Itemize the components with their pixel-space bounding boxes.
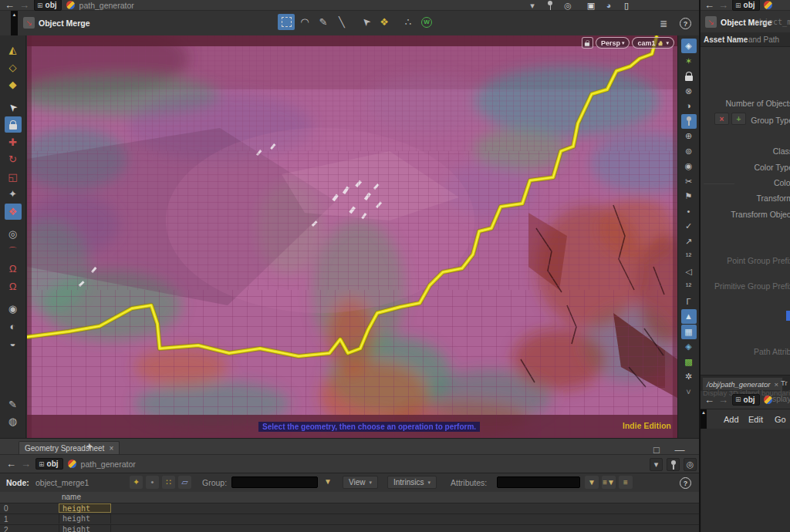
- tab-partial[interactable]: Tr: [781, 379, 788, 387]
- display-points-icon[interactable]: •: [681, 204, 697, 219]
- intrinsics-dropdown[interactable]: Intrinsics ▾: [387, 476, 437, 489]
- path-pin-icon[interactable]: [667, 458, 680, 471]
- shelf-terrain-tool-icon[interactable]: ◭: [5, 42, 22, 58]
- menu-edit[interactable]: Edit: [748, 415, 763, 424]
- back-button[interactable]: ←: [704, 0, 714, 11]
- snap-select-icon[interactable]: ❖: [376, 14, 393, 30]
- cam1-view-pill[interactable]: cam1 ▾: [632, 37, 674, 49]
- close-tab-icon[interactable]: ×: [109, 444, 113, 453]
- new-primitives-icon[interactable]: ◕: [603, 1, 615, 11]
- prim-normals-icon[interactable]: ◁: [681, 264, 697, 279]
- group-funnel-icon[interactable]: ▼: [324, 477, 332, 486]
- add-object-button[interactable]: +: [731, 113, 746, 125]
- sync-dot-icon[interactable]: •: [146, 476, 159, 489]
- rotate-tool-icon[interactable]: ↻: [5, 151, 22, 167]
- path-link-icon[interactable]: ◎: [684, 458, 697, 471]
- path-caret-icon[interactable]: ▾: [650, 458, 663, 471]
- new-panel-icon[interactable]: ▯: [620, 1, 633, 11]
- group-star-icon[interactable]: ✦: [130, 476, 143, 489]
- isolate-scissors-icon[interactable]: ✂: [681, 174, 697, 189]
- tab-geometry-spreadsheet[interactable]: Geometry Spreadsheet ×: [19, 441, 120, 455]
- points-mode-icon[interactable]: ∷: [162, 476, 175, 489]
- pane-dropdown-caret-icon[interactable]: ▾: [526, 1, 538, 11]
- headlight-off-icon[interactable]: ⊗: [681, 84, 697, 99]
- box-select-icon[interactable]: [278, 14, 295, 30]
- camera-view-icon[interactable]: ◉: [681, 159, 697, 173]
- attr-funnel-icon[interactable]: ▼: [585, 476, 599, 489]
- shelf-more-icon[interactable]: ˅: [681, 385, 697, 399]
- pane-link-icon[interactable]: ◎: [562, 1, 574, 11]
- dome-light-icon[interactable]: ◒: [5, 335, 22, 352]
- textured-mode-icon[interactable]: ▦: [681, 325, 697, 339]
- node-breadcrumb[interactable]: path_generator: [81, 460, 136, 469]
- ghost-objects-icon[interactable]: ⚑: [681, 189, 697, 204]
- attr-list-icon[interactable]: ≡: [619, 476, 633, 489]
- scene-viewport[interactable]: Persp ▾ cam1 ▾ Select the geometry, then…: [27, 35, 677, 438]
- material-loop-icon[interactable]: ◍: [5, 413, 22, 429]
- uv-overlay-icon[interactable]: ▩: [681, 355, 697, 369]
- laser-select-icon[interactable]: ╲: [333, 14, 350, 30]
- menu-go[interactable]: Go: [775, 415, 786, 424]
- shelf-project-tool-icon[interactable]: ◇: [5, 59, 22, 76]
- pane-stow-bar[interactable]: ▲: [701, 409, 707, 429]
- menu-add[interactable]: Add: [724, 415, 739, 424]
- display-lock-icon[interactable]: [681, 69, 697, 83]
- help-icon[interactable]: ?: [680, 477, 691, 489]
- forward-button[interactable]: →: [718, 0, 728, 11]
- lasso-select-icon[interactable]: ◠: [296, 14, 313, 30]
- translate-tool-icon[interactable]: ✚: [5, 134, 22, 150]
- group-input[interactable]: [231, 476, 318, 488]
- prim-numbers-icon[interactable]: ¹²: [681, 279, 697, 294]
- hand-brush-icon[interactable]: ✎: [5, 396, 22, 412]
- pane-stow-bar[interactable]: ▲: [11, 11, 18, 35]
- shade-logo-icon[interactable]: ✶: [681, 54, 697, 69]
- scale-tool-icon[interactable]: ◱: [5, 169, 22, 185]
- table-header[interactable]: name: [0, 492, 699, 503]
- back-button[interactable]: ←: [5, 0, 15, 11]
- view-orbit-icon[interactable]: ◎: [5, 226, 22, 242]
- table-row[interactable]: 2height: [0, 525, 699, 532]
- point-trails-icon[interactable]: ↗: [681, 234, 697, 249]
- forward-button[interactable]: →: [718, 394, 728, 406]
- obj-breadcrumb[interactable]: ⊞ obj: [732, 394, 760, 406]
- tab-asset-name[interactable]: Asset Name: [704, 35, 748, 44]
- new-geometry-cube-icon[interactable]: ▣: [585, 1, 597, 11]
- pick-arrow-icon[interactable]: ➤: [357, 14, 374, 30]
- select-tool-icon[interactable]: ➤: [5, 99, 22, 116]
- attributes-input[interactable]: [497, 476, 580, 488]
- select-whole-geometry-icon[interactable]: W: [418, 14, 435, 30]
- snap-grid-magnet-icon[interactable]: Ω: [5, 278, 22, 295]
- add-light-icon[interactable]: ⊕: [681, 129, 697, 143]
- display-pin-icon[interactable]: [681, 114, 697, 129]
- cell-name[interactable]: height: [59, 514, 111, 524]
- pane-pin-icon[interactable]: [544, 1, 556, 11]
- obj-breadcrumb[interactable]: ⊞ obj: [35, 458, 63, 470]
- param-action-button[interactable]: [786, 311, 790, 321]
- table-row[interactable]: 0height: [0, 503, 699, 514]
- help-icon[interactable]: ?: [680, 18, 691, 29]
- shaded-mode-icon[interactable]: ▲: [681, 309, 697, 324]
- forward-button[interactable]: →: [19, 0, 29, 11]
- smooth-wire-icon[interactable]: ◈: [681, 339, 697, 354]
- view-region-icon[interactable]: ◐: [5, 318, 22, 335]
- back-button[interactable]: ←: [704, 394, 714, 406]
- secure-selection-lock-icon[interactable]: [5, 116, 22, 133]
- axis-gnomon-icon[interactable]: ✲: [681, 369, 697, 384]
- close-tab-icon[interactable]: ×: [774, 380, 778, 389]
- remove-object-button[interactable]: ×: [714, 113, 729, 125]
- persp-view-pill[interactable]: Persp ▾: [596, 37, 630, 49]
- forward-button[interactable]: →: [21, 458, 31, 470]
- new-tab-button[interactable]: +: [86, 440, 93, 452]
- visibility-mask-icon[interactable]: ◈: [681, 39, 697, 53]
- edit-tool-icon[interactable]: ❖: [5, 204, 22, 220]
- point-numbers-icon[interactable]: ¹²: [681, 249, 697, 264]
- view-dropdown[interactable]: View ▾: [343, 476, 378, 489]
- prims-mode-icon[interactable]: ▱: [178, 476, 191, 489]
- viewport-lock-icon[interactable]: [582, 37, 593, 49]
- snap-curve-magnet-icon[interactable]: ⌒: [5, 244, 22, 260]
- profile-curves-icon[interactable]: Γ: [681, 295, 697, 309]
- column-header-name[interactable]: name: [62, 493, 81, 501]
- shelf-fill-tool-icon[interactable]: ◆: [5, 76, 22, 93]
- tab-and-path[interactable]: and Path: [748, 35, 779, 44]
- point-normals-icon[interactable]: ✓: [681, 219, 697, 234]
